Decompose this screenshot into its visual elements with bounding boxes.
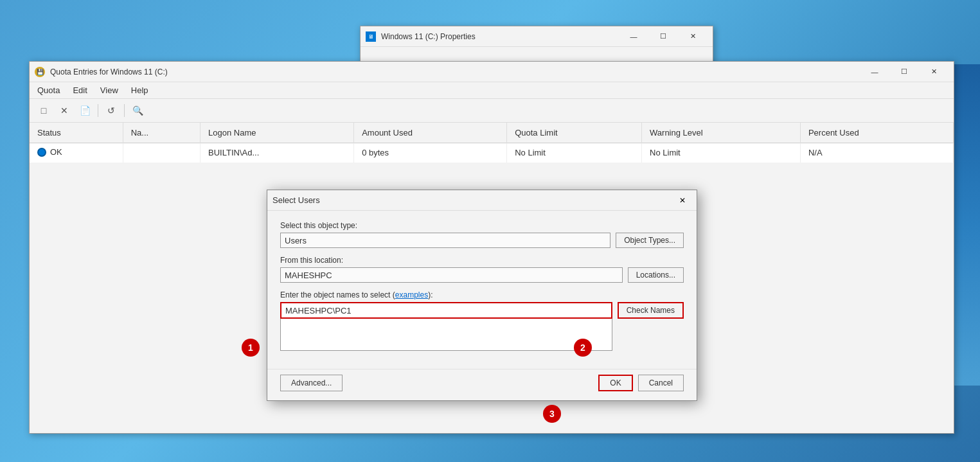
object-type-label: Select this object type:	[280, 221, 684, 230]
location-label: From this location:	[280, 256, 684, 265]
col-logon-name: Logon Name	[200, 123, 354, 143]
properties-titlebar: 🖥 Windows 11 (C:) Properties — ☐ ✕	[361, 26, 713, 47]
cell-percent-used: N/A	[800, 143, 953, 163]
dialog-body: Select this object type: Object Types...…	[267, 211, 697, 369]
toolbar-properties-btn[interactable]: 📄	[76, 102, 94, 120]
col-name: Na...	[123, 123, 200, 143]
quota-toolbar: □ ✕ 📄 ↺ 🔍	[30, 99, 954, 123]
object-names-textarea[interactable]	[280, 319, 612, 351]
cancel-btn[interactable]: Cancel	[638, 375, 684, 391]
dialog-footer: Advanced... OK Cancel	[267, 369, 697, 400]
toolbar-delete-btn[interactable]: ✕	[55, 102, 73, 120]
menu-edit[interactable]: Edit	[67, 84, 92, 97]
menu-view[interactable]: View	[95, 84, 123, 97]
ok-btn[interactable]: OK	[598, 375, 632, 391]
col-status: Status	[30, 123, 123, 143]
badge-1: 1	[242, 339, 260, 357]
status-text: OK	[50, 147, 62, 157]
check-names-btn[interactable]: Check Names	[618, 302, 684, 319]
cell-logon-name: BUILTIN\Ad...	[200, 143, 354, 163]
object-type-input[interactable]	[280, 233, 610, 248]
footer-right: OK Cancel	[598, 375, 684, 391]
object-type-row: Object Types...	[280, 233, 684, 248]
badge-3: 3	[543, 405, 561, 423]
properties-close-btn[interactable]: ✕	[678, 26, 708, 47]
quota-minimize-btn[interactable]: —	[860, 62, 889, 82]
cell-quota-limit: No Limit	[507, 143, 642, 163]
quota-table: Status Na... Logon Name Amount Used Quot…	[30, 123, 954, 163]
cell-name	[123, 143, 200, 163]
menu-help[interactable]: Help	[126, 84, 154, 97]
toolbar-search-btn[interactable]: 🔍	[129, 102, 147, 120]
menu-quota[interactable]: Quota	[32, 84, 65, 97]
object-types-btn[interactable]: Object Types...	[616, 233, 684, 248]
toolbar-undo-btn[interactable]: ↺	[102, 102, 120, 120]
toolbar-separator-2	[124, 104, 125, 117]
quota-close-btn[interactable]: ✕	[919, 62, 949, 82]
properties-minimize-btn[interactable]: —	[619, 26, 648, 47]
object-names-input[interactable]	[280, 302, 612, 319]
properties-maximize-btn[interactable]: ☐	[648, 26, 678, 47]
quota-table-body: OK BUILTIN\Ad... 0 bytes No Limit No Lim…	[30, 143, 954, 163]
properties-title: Windows 11 (C:) Properties	[381, 32, 614, 41]
select-users-dialog: Select Users ✕ Select this object type: …	[267, 190, 697, 401]
status-icon: OK	[37, 147, 62, 157]
col-warning-level: Warning Level	[642, 123, 801, 143]
footer-left: Advanced...	[280, 375, 343, 391]
toolbar-new-btn[interactable]: □	[35, 102, 53, 120]
toolbar-separator	[98, 104, 98, 117]
quota-window-controls: — ☐ ✕	[860, 62, 949, 82]
dialog-titlebar: Select Users ✕	[267, 190, 697, 211]
object-names-label: Enter the object names to select (exampl…	[280, 290, 684, 299]
quota-table-header: Status Na... Logon Name Amount Used Quot…	[30, 123, 954, 143]
examples-link[interactable]: examples	[395, 290, 428, 299]
colon: :	[431, 290, 432, 299]
dialog-close-btn[interactable]: ✕	[673, 191, 691, 209]
quota-icon: 💾	[35, 67, 45, 77]
cell-amount-used: 0 bytes	[354, 143, 507, 163]
col-percent-used: Percent Used	[800, 123, 953, 143]
properties-window-controls: — ☐ ✕	[619, 26, 708, 47]
quota-maximize-btn[interactable]: ☐	[889, 62, 919, 82]
location-row: Locations...	[280, 267, 684, 283]
advanced-btn[interactable]: Advanced...	[280, 375, 343, 391]
object-names-inputs	[280, 302, 612, 351]
col-amount-used: Amount Used	[354, 123, 507, 143]
object-names-input-row: Check Names	[280, 302, 684, 351]
locations-btn[interactable]: Locations...	[628, 267, 684, 283]
quota-window-title: Quota Entries for Windows 11 (C:)	[50, 67, 855, 76]
quota-menubar: Quota Edit View Help	[30, 82, 954, 99]
quota-table-header-row: Status Na... Logon Name Amount Used Quot…	[30, 123, 954, 143]
object-names-section: Enter the object names to select (exampl…	[280, 290, 684, 351]
cell-warning-level: No Limit	[642, 143, 801, 163]
location-input[interactable]	[280, 267, 623, 283]
badge-2: 2	[574, 339, 592, 357]
cell-status: OK	[30, 143, 123, 163]
col-quota-limit: Quota Limit	[507, 123, 642, 143]
table-row[interactable]: OK BUILTIN\Ad... 0 bytes No Limit No Lim…	[30, 143, 954, 163]
object-names-label-text: Enter the object names to select	[280, 290, 390, 299]
quota-titlebar: 💾 Quota Entries for Windows 11 (C:) — ☐ …	[30, 62, 954, 82]
status-dot	[37, 148, 46, 157]
dialog-title: Select Users	[272, 195, 673, 205]
properties-icon: 🖥	[366, 31, 376, 42]
